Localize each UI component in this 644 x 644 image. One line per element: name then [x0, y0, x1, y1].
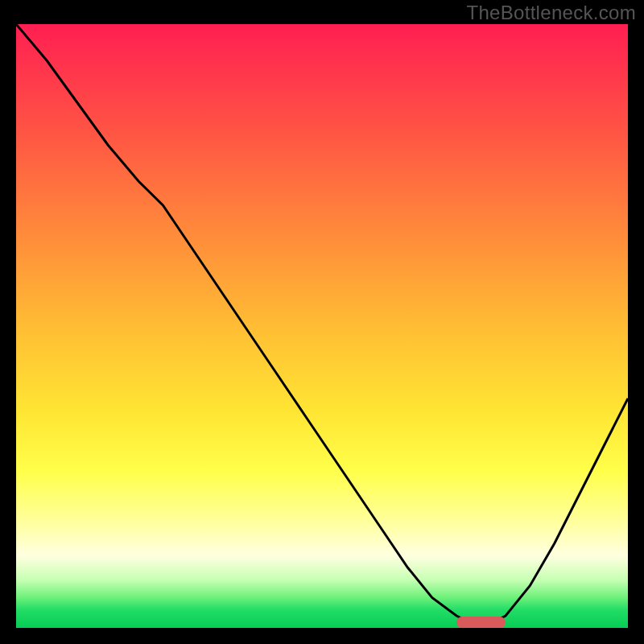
gradient-plot — [16, 24, 628, 628]
attribution-text: TheBottleneck.com — [466, 2, 636, 24]
chart-frame: TheBottleneck.com — [0, 0, 644, 644]
curve-path — [16, 24, 628, 628]
optimum-marker — [456, 617, 506, 628]
bottleneck-curve — [16, 24, 628, 628]
